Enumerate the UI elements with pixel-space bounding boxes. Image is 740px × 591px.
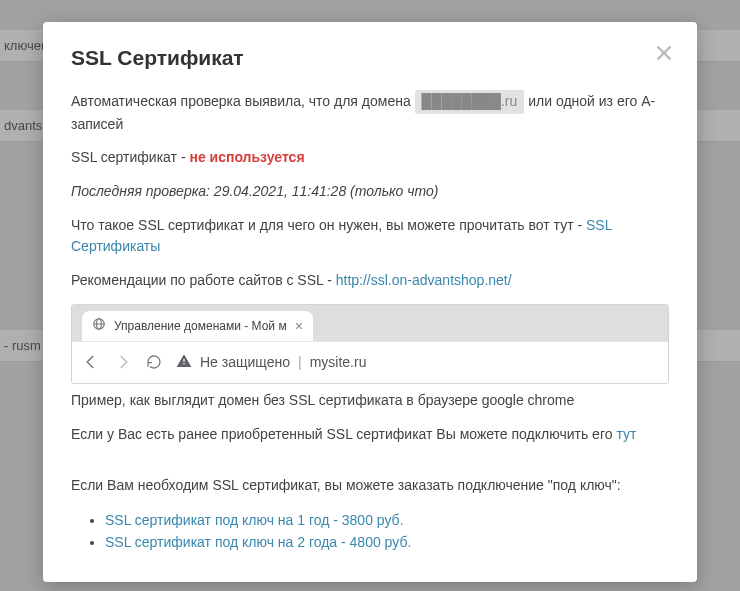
ssl-rec-link[interactable]: http://ssl.on-advantshop.net/ xyxy=(336,272,512,288)
rec-pre: Рекомендации по работе сайтов с SSL - xyxy=(71,272,336,288)
status-line: SSL сертификат - не используется xyxy=(71,147,669,169)
reload-icon xyxy=(146,354,162,370)
insecure-label: Не защищено xyxy=(200,354,290,370)
rec-line: Рекомендации по работе сайтов с SSL - ht… xyxy=(71,270,669,292)
tab-title: Управление доменами - Мой м xyxy=(114,319,287,333)
url-separator: | xyxy=(298,354,302,370)
intro-pre: Автоматическая проверка выявила, что для… xyxy=(71,93,415,109)
ssl-modal: SSL Сертификат Автоматическая проверка в… xyxy=(43,22,697,582)
nav-back-icon xyxy=(82,353,100,371)
globe-icon xyxy=(92,317,106,334)
offer-2yr-link[interactable]: SSL сертификат под ключ на 2 года - 4800… xyxy=(105,534,411,550)
status-badge: не используется xyxy=(189,149,304,165)
last-check: Последняя проверка: 29.04.2021, 11:41:28… xyxy=(71,181,669,203)
browser-screenshot: Управление доменами - Мой м × xyxy=(71,304,669,384)
domain-badge: ████████.ru xyxy=(415,90,525,114)
existing-cert-line: Если у Вас есть ранее приобретенный SSL … xyxy=(71,424,669,446)
browser-url-bar: Не защищено | mysite.ru xyxy=(72,341,668,383)
url-field: Не защищено | mysite.ru xyxy=(176,353,658,372)
order-intro: Если Вам необходим SSL сертификат, вы мо… xyxy=(71,475,669,497)
modal-overlay: SSL Сертификат Автоматическая проверка в… xyxy=(0,0,740,591)
nav-forward-icon xyxy=(114,353,132,371)
intro-line: Автоматическая проверка выявила, что для… xyxy=(71,90,669,135)
whatssl-pre: Что такое SSL сертификат и для чего он н… xyxy=(71,217,586,233)
existing-pre: Если у Вас есть ранее приобретенный SSL … xyxy=(71,426,616,442)
list-item: SSL сертификат под ключ на 1 год - 3800 … xyxy=(105,509,669,531)
attach-cert-link[interactable]: тут xyxy=(616,426,636,442)
list-item: SSL сертификат под ключ на 2 года - 4800… xyxy=(105,531,669,553)
browser-tab-strip: Управление доменами - Мой м × xyxy=(72,305,668,341)
offer-1yr-link[interactable]: SSL сертификат под ключ на 1 год - 3800 … xyxy=(105,512,404,528)
warning-icon xyxy=(176,353,192,372)
status-pre: SSL сертификат - xyxy=(71,149,189,165)
url-host: mysite.ru xyxy=(310,354,367,370)
screenshot-caption: Пример, как выглядит домен без SSL серти… xyxy=(71,390,669,412)
browser-tab: Управление доменами - Мой м × xyxy=(82,311,313,341)
whatssl-line: Что такое SSL сертификат и для чего он н… xyxy=(71,215,669,258)
tab-close-icon: × xyxy=(295,318,303,334)
offers-list: SSL сертификат под ключ на 1 год - 3800 … xyxy=(105,509,669,554)
modal-title: SSL Сертификат xyxy=(71,46,669,70)
close-icon[interactable] xyxy=(653,42,675,64)
